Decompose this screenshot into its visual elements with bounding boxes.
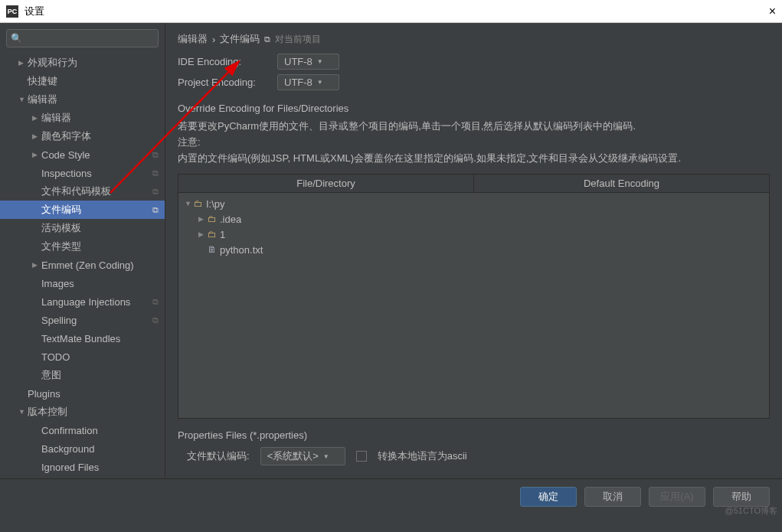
file-tree[interactable]: ▼🗀I:\py▶🗀.idea▶🗀1🗎python.txt [178, 193, 769, 418]
column-file-directory[interactable]: File/Directory [178, 175, 474, 192]
sidebar-item-label: 版本控制 [28, 405, 165, 419]
sidebar-item-label: 外观和行为 [28, 56, 165, 70]
ide-encoding-dropdown[interactable]: UTF-8 [277, 54, 339, 70]
chevron-icon [18, 408, 28, 416]
project-badge-icon: ⧉ [152, 297, 159, 307]
apply-button[interactable]: 应用(A) [649, 487, 705, 507]
override-hint: 若要更改PyCharm使用的文件、目录或整个项目的编码,单击一个项目,然后选择从… [178, 119, 770, 166]
sidebar-item-label: Confirmation [41, 425, 165, 436]
watermark: @51CTO博客 [725, 505, 777, 517]
sidebar-item[interactable]: TODO [0, 348, 165, 366]
sidebar-item-label: Images [41, 278, 165, 289]
chevron-icon: ▶ [198, 215, 208, 223]
sidebar-item-label: 活动模板 [41, 221, 165, 235]
properties-encoding-dropdown[interactable]: <系统默认> [260, 447, 345, 465]
project-badge-icon: ⧉ [152, 168, 159, 178]
folder-icon: 🗀 [208, 214, 217, 224]
breadcrumb-encoding: 文件编码 [220, 32, 260, 46]
sidebar-item[interactable]: Confirmation [0, 421, 165, 439]
sidebar-item[interactable]: 外观和行为 [0, 54, 165, 72]
sidebar-item[interactable]: 文件编码⧉ [0, 201, 165, 219]
sidebar-item[interactable]: 活动模板 [0, 219, 165, 237]
sidebar-item[interactable]: Plugins [0, 384, 165, 403]
sidebar-item[interactable]: Code Style⧉ [0, 145, 165, 164]
sidebar-item-label: 文件类型 [41, 240, 165, 253]
window-title: 设置 [25, 5, 769, 18]
sidebar-item[interactable]: TextMate Bundles [0, 329, 165, 348]
sidebar-item-label: 编辑器 [41, 111, 165, 125]
sidebar-item[interactable]: Background [0, 439, 165, 458]
chevron-icon: ▶ [198, 230, 208, 238]
cancel-button[interactable]: 取消 [584, 487, 641, 507]
sidebar-item[interactable]: Ignored Files [0, 458, 165, 476]
tree-node[interactable]: 🗎python.txt [182, 242, 766, 257]
sidebar-item-label: TODO [41, 351, 165, 363]
sidebar-item[interactable]: Issue Navigation [0, 476, 165, 478]
project-encoding-label: Project Encoding: [178, 77, 277, 88]
sidebar: 🔍 外观和行为快捷键编辑器编辑器颜色和字体Code Style⧉Inspecti… [0, 23, 165, 478]
sidebar-item[interactable]: Images [0, 274, 165, 292]
encoding-table: File/Directory Default Encoding ▼🗀I:\py▶… [178, 174, 770, 419]
sidebar-item-label: Spelling [41, 315, 152, 326]
breadcrumb-scope: 对当前项目 [275, 33, 321, 46]
sidebar-item[interactable]: Emmet (Zen Coding) [0, 256, 165, 274]
settings-tree[interactable]: 外观和行为快捷键编辑器编辑器颜色和字体Code Style⧉Inspection… [0, 54, 165, 478]
project-badge-icon: ⧉ [152, 150, 159, 160]
tree-node[interactable]: ▼🗀I:\py [182, 196, 766, 211]
sidebar-item-label: Ignored Files [41, 462, 165, 473]
project-badge-icon: ⧉ [152, 315, 159, 325]
properties-title: Properties Files (*.properties) [178, 429, 770, 441]
help-button[interactable]: 帮助 [713, 487, 770, 507]
breadcrumb-editor[interactable]: 编辑器 [178, 32, 208, 46]
tree-node[interactable]: ▶🗀.idea [182, 211, 766, 227]
sidebar-item[interactable]: 快捷键 [0, 72, 165, 90]
content-pane: 编辑器 › 文件编码 ⧉ 对当前项目 IDE Encoding: UTF-8 P… [165, 23, 782, 478]
sidebar-item[interactable]: 颜色和字体 [0, 127, 165, 145]
sidebar-item-label: Plugins [28, 388, 165, 400]
sidebar-item-label: 快捷键 [28, 74, 165, 88]
chevron-icon [32, 151, 41, 158]
sidebar-item[interactable]: Inspections⧉ [0, 164, 165, 182]
search-icon: 🔍 [11, 33, 22, 44]
chevron-icon: ▼ [185, 200, 194, 207]
override-title: Override Encoding for Files/Directories [178, 103, 770, 114]
sidebar-item-label: Language Injections [41, 296, 152, 308]
sidebar-item[interactable]: 意图 [0, 366, 165, 384]
sidebar-item-label: 文件和代码模板 [41, 184, 152, 198]
dialog-footer: 确定 取消 应用(A) 帮助 [0, 478, 782, 514]
search-box: 🔍 [6, 29, 159, 47]
sidebar-item[interactable]: 文件和代码模板⧉ [0, 182, 165, 201]
ascii-checkbox[interactable] [356, 451, 367, 462]
sidebar-item-label: Background [41, 443, 165, 455]
sidebar-item[interactable]: Spelling⧉ [0, 311, 165, 329]
project-encoding-dropdown[interactable]: UTF-8 [277, 74, 339, 90]
sidebar-item[interactable]: 版本控制 [0, 403, 165, 421]
ok-button[interactable]: 确定 [520, 487, 577, 507]
project-badge-icon: ⧉ [152, 187, 159, 197]
chevron-icon [32, 261, 41, 269]
column-default-encoding[interactable]: Default Encoding [474, 175, 769, 192]
sidebar-item[interactable]: 编辑器 [0, 109, 165, 127]
app-icon: PC [6, 5, 18, 18]
sidebar-item[interactable]: 编辑器 [0, 90, 165, 109]
sidebar-item[interactable]: 文件类型 [0, 237, 165, 256]
sidebar-item-label: 颜色和字体 [41, 129, 165, 143]
folder-icon: 🗀 [208, 229, 217, 240]
project-badge-icon: ⧉ [152, 205, 159, 215]
sidebar-item-label: 文件编码 [41, 203, 152, 217]
node-label: 1 [220, 229, 225, 240]
chevron-icon [32, 114, 41, 122]
chevron-icon [18, 59, 28, 67]
tree-node[interactable]: ▶🗀1 [182, 227, 766, 242]
properties-encoding-label: 文件默认编码: [187, 449, 250, 463]
sidebar-item[interactable]: Language Injections⧉ [0, 292, 165, 311]
node-label: .idea [220, 214, 241, 225]
node-label: python.txt [220, 244, 263, 256]
close-icon[interactable]: × [769, 5, 776, 18]
sidebar-item-label: 意图 [41, 368, 165, 382]
ascii-checkbox-label: 转换本地语言为ascii [378, 449, 467, 463]
titlebar: PC 设置 × [0, 0, 782, 23]
sidebar-item-label: Emmet (Zen Coding) [41, 259, 165, 271]
sidebar-item-label: 编辑器 [28, 93, 165, 106]
search-input[interactable] [6, 29, 159, 47]
